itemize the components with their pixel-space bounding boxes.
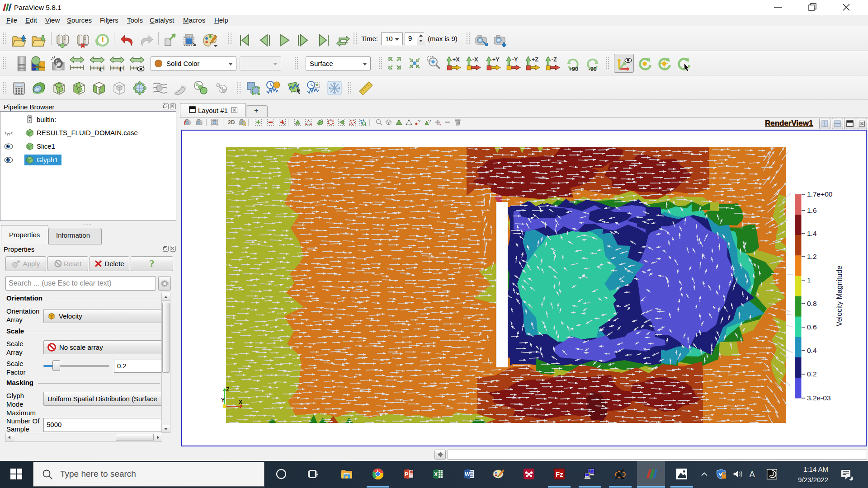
svg-text:A: A (750, 469, 755, 479)
svg-text:-90: -90 (588, 66, 596, 72)
svg-text:0.6: 0.6 (807, 323, 817, 331)
svg-text:?: ? (428, 119, 431, 124)
svg-text:0.8: 0.8 (807, 300, 817, 307)
svg-text:?: ? (418, 119, 420, 124)
svg-text:1.2: 1.2 (807, 253, 817, 260)
svg-text:1: 1 (807, 276, 811, 284)
svg-text:3.2e-03: 3.2e-03 (807, 394, 831, 402)
svg-text:1.6: 1.6 (807, 206, 817, 214)
svg-text:-X: -X (472, 56, 478, 63)
svg-text:X: X (239, 399, 242, 405)
svg-text:Z: Z (226, 386, 229, 393)
svg-text:+Y: +Y (492, 56, 500, 63)
svg-text:Fz: Fz (556, 470, 563, 478)
svg-text:2D: 2D (228, 119, 235, 126)
svg-text:+Z: +Z (532, 56, 538, 63)
svg-text:t: t (119, 65, 122, 72)
svg-text:c: c (99, 65, 103, 72)
svg-text:-Z: -Z (552, 56, 557, 63)
svg-text:+90: +90 (568, 66, 578, 72)
svg-text:Y: Y (221, 397, 225, 404)
svg-text:+X: +X (453, 56, 460, 63)
svg-text:X: X (434, 471, 438, 478)
svg-text:1.4: 1.4 (807, 230, 817, 237)
svg-text:P: P (405, 471, 408, 478)
svg-text:1.7e+00: 1.7e+00 (807, 190, 833, 198)
svg-text:0.4: 0.4 (807, 347, 817, 354)
svg-text:0.2: 0.2 (807, 370, 817, 378)
svg-text:Velocity Magnitude: Velocity Magnitude (835, 266, 843, 326)
svg-text:-Y: -Y (512, 56, 518, 63)
svg-text:W: W (465, 471, 470, 478)
